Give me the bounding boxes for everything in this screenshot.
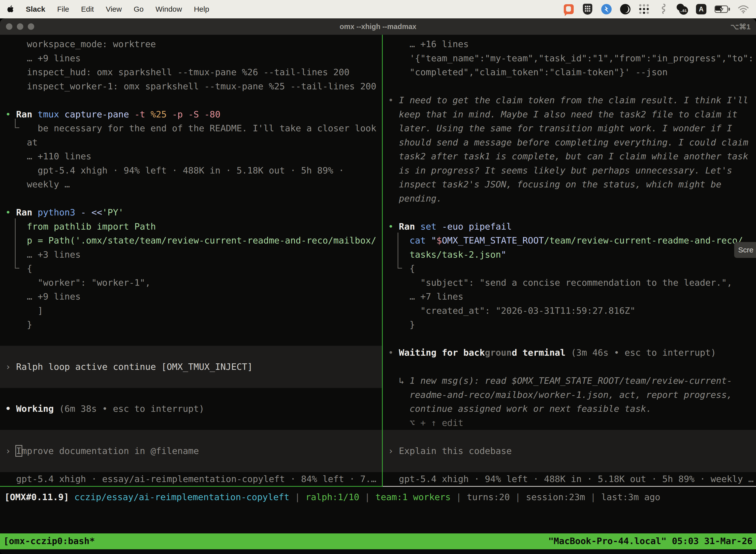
charging-bolt-glyph [718, 6, 724, 12]
composer-placeholder[interactable]: › Explain this codebase [383, 444, 756, 458]
terminal-row: … +9 lines [0, 51, 382, 65]
terminal-row: pending. [383, 191, 756, 206]
badge-61-text: ..61 [679, 6, 688, 15]
terminal-row: inspect_worker-1: omx sparkshell --tmux-… [0, 79, 382, 94]
terminal-row [383, 206, 756, 220]
terminal-row: … +7 lines [383, 290, 756, 304]
terminal-row [0, 93, 382, 107]
ran-tmux-capture-command: • Ran tmux capture-pane -t %25 -p -S -80 [0, 107, 382, 122]
terminal-row [0, 191, 382, 206]
terminal-row: keep that in mind. Maybe I also need the… [383, 107, 756, 122]
edit-hint: ⌥ + ↑ edit [383, 416, 756, 430]
wifi-icon[interactable] [738, 3, 749, 15]
terminal-row: "worker": "worker-1", [0, 276, 382, 290]
battery-icon[interactable] [714, 3, 730, 15]
badge-61-icon[interactable]: ..61 [676, 4, 688, 15]
menu-item-file[interactable]: File [57, 5, 69, 13]
terminal-row: gpt-5.4 xhigh · 94% left · 488K in · 5.1… [0, 164, 382, 178]
omx-hud-pane[interactable]: [OMX#0.11.9] cczip/essay/ai-reimplementa… [0, 487, 756, 534]
apple-menu-icon[interactable] [7, 5, 14, 13]
bolt-circle-icon[interactable] [601, 3, 612, 15]
model-status-line: gpt-5.4 xhigh · essay/ai-reimplementatio… [0, 472, 382, 486]
terminal-row: { [383, 262, 756, 276]
terminal-row: … +16 lines [383, 37, 756, 51]
menu-status-icons: ..61 A [563, 3, 749, 15]
window-titlebar[interactable]: omx --xhigh --madmax ⌥⌘1 [0, 18, 756, 35]
composer-input[interactable]: › Improve documentation in @filename [0, 444, 382, 458]
terminal-row: } [0, 318, 382, 332]
terminal-row: readme-and-reco/mailbox/worker-1.json, a… [383, 388, 756, 402]
terminal-row: inspect_hud: omx sparkshell --tmux-pane … [0, 65, 382, 79]
terminal-row [0, 416, 382, 430]
squiggle-icon[interactable] [657, 3, 669, 15]
terminal-row: later. Using the same for transition mig… [383, 121, 756, 135]
menu-item-view[interactable]: View [106, 5, 122, 13]
terminal-row: be necessary for the end of the README. … [0, 121, 382, 135]
terminal-row: "subject": "send a concise recommendatio… [383, 276, 756, 290]
zoom-button[interactable] [28, 23, 34, 30]
inactive-pane-border [383, 486, 756, 487]
terminal-row: at [0, 135, 382, 150]
terminal-row: workspace_mode: worktree [0, 37, 382, 51]
waiting-status: • Waiting for background terminal (3m 46… [383, 346, 756, 360]
terminal-row [383, 79, 756, 94]
terminal-row [383, 360, 756, 374]
terminal-row [0, 374, 382, 388]
active-pane-border [0, 486, 383, 487]
terminal-row: continue assigned work or next feasible … [383, 402, 756, 416]
indent-guide [397, 233, 402, 269]
tmux-session-label: [omx-cczip0:bash* [3, 534, 95, 549]
window-shortcut-badge: ⌥⌘1 [731, 22, 751, 31]
left-terminal-pane[interactable]: workspace_mode: worktree … +9 lines insp… [0, 35, 382, 486]
ran-python3-command: • Ran python3 - <<'PY' [0, 206, 382, 220]
terminal-row [0, 430, 382, 444]
terminal-row: from pathlib import Path [0, 220, 382, 234]
terminal-row: is in progress? It seems likely but perh… [383, 164, 756, 178]
input-source-icon[interactable]: A [695, 3, 707, 15]
terminal-row: "created_at": "2026-03-31T11:59:27.816Z" [383, 304, 756, 318]
terminal-row [0, 332, 382, 346]
ran-set-command: • Ran set -euo pipefail [383, 220, 756, 234]
menu-item-help[interactable]: Help [194, 5, 209, 13]
terminal-row: ] [0, 304, 382, 318]
menu-item-window[interactable]: Window [155, 5, 182, 13]
terminal-row: inspect task2's JSON, focusing on the st… [383, 177, 756, 191]
new-message-note: ↳ 1 new msg(s): read $OMX_TEAM_STATE_ROO… [383, 374, 756, 388]
indent-guide [15, 119, 19, 128]
chat-app-icon[interactable] [563, 3, 574, 15]
menu-item-slack[interactable]: Slack [26, 5, 45, 13]
tmux-host-clock: "MacBook-Pro-44.local" 05:03 31-Mar-26 [548, 534, 753, 549]
terminal-row: { [0, 262, 382, 276]
shield-grid-icon[interactable] [582, 3, 593, 15]
terminal-row: should send a message before completing … [383, 135, 756, 150]
terminal-row: } [383, 318, 756, 332]
minimize-button[interactable] [17, 23, 23, 30]
terminal-row: … +3 lines [0, 248, 382, 262]
macos-menu-bar: SlackFileEditViewGoWindowHelp ..61 [0, 0, 756, 18]
window-bottom-strip [0, 549, 756, 554]
terminal-row: '{"team_name":"my-team","task_id":"1","f… [383, 51, 756, 65]
terminal-row [383, 458, 756, 472]
terminal-row [0, 458, 382, 472]
terminal-row [383, 332, 756, 346]
terminal-row: "completed","claim_token":"claim-token"}… [383, 65, 756, 79]
menu-items: SlackFileEditViewGoWindowHelp [26, 5, 209, 13]
moon-circle-icon[interactable] [620, 3, 631, 15]
terminal-row: … +110 lines [0, 150, 382, 164]
menu-item-go[interactable]: Go [134, 5, 144, 13]
working-status: • Working (6m 38s • esc to interrupt) [0, 402, 382, 416]
screen-share-overlay: Scre [734, 242, 756, 258]
bolt-glyph [601, 4, 612, 14]
terminal-row: task2 after task1 is complete, but can I… [383, 150, 756, 164]
close-button[interactable] [6, 23, 12, 30]
menu-item-edit[interactable]: Edit [81, 5, 94, 13]
right-terminal-pane[interactable]: Scre … +16 lines '{"team_name":"my-team"… [383, 35, 756, 486]
tmux-status-bar: [omx-cczip0:bash* "MacBook-Pro-44.local"… [0, 534, 756, 549]
omx-status-line: [OMX#0.11.9] cczip/essay/ai-reimplementa… [4, 490, 756, 504]
ralph-loop-status: › Ralph loop active continue [OMX_TMUX_I… [0, 360, 382, 374]
window-title: omx --xhigh --madmax [339, 22, 416, 31]
terminal-row [0, 388, 382, 402]
terminal-row: … +9 lines [0, 290, 382, 304]
dots-grid-icon[interactable] [638, 3, 650, 15]
indent-guide [15, 218, 19, 269]
